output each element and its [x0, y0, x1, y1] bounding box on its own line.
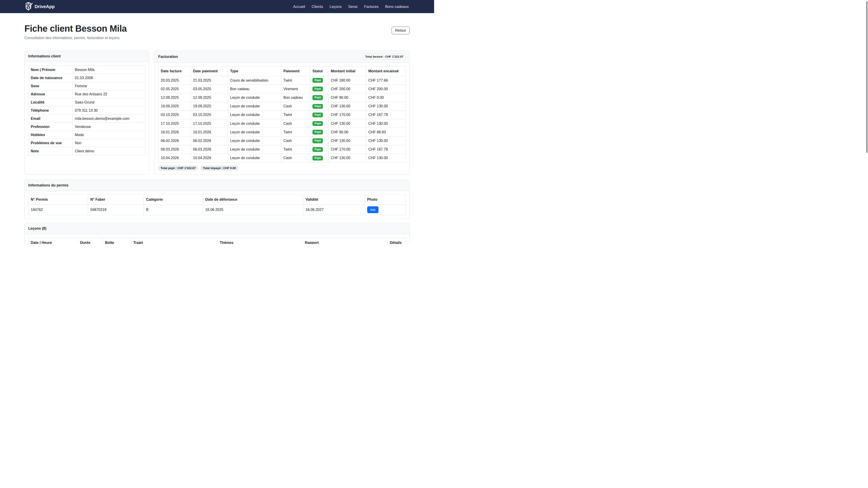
billing-row: 10.04.202610.04.2026Leçon de conduiteCas…	[158, 154, 406, 162]
client-info-label: Nom | Prénom	[29, 66, 72, 74]
total-billed-badge: Total facturé : CHF 1'322.07	[363, 54, 406, 60]
paid-status-badge: Payé	[312, 156, 323, 161]
license-photo-voir-button[interactable]: Voir	[367, 206, 378, 213]
billing-cell: CHF 0.00	[366, 93, 406, 102]
billing-table-body: 20.03.202521.03.2025Cours de sensibilisa…	[158, 76, 406, 163]
client-info-label: Hobbies	[29, 131, 72, 139]
license-faber-number: 56870319	[88, 204, 144, 215]
billing-cell: 06.02.2026	[191, 136, 228, 145]
driveapp-logo-icon	[25, 2, 33, 11]
lessons-card-header: Leçons (8)	[25, 223, 409, 234]
total-paid-badge: Total payé : CHF 1'322.07	[158, 165, 198, 171]
client-info-table-body: Nom | PrénomBesson MilaDate de naissance…	[29, 66, 145, 155]
paid-status-badge: Payé	[312, 95, 323, 100]
billing-cell: CHF 90.00	[328, 93, 366, 102]
billing-cell: Payé	[310, 85, 329, 93]
billing-row: 06.03.202606.03.2026Leçon de conduiteTwi…	[158, 145, 406, 154]
paid-status-badge: Payé	[312, 87, 323, 91]
billing-cell: Cours de sensibilisation	[228, 76, 281, 85]
billing-cell: Cash	[281, 102, 310, 110]
license-card-header: Informations du permis	[25, 180, 409, 191]
lessons-title: Leçons (8)	[28, 226, 46, 231]
license-row: 184762 56870319 B 16.06.2025 16.06.2027 …	[29, 204, 406, 215]
lessons-card: Leçons (8) Date | Heure Durée Boîte Traj…	[24, 223, 410, 244]
billing-cell: 10.04.2026	[158, 154, 191, 162]
billing-cell: CHF 170.00	[328, 145, 366, 154]
billing-cell: Payé	[310, 76, 329, 85]
billing-cell: Leçon de conduite	[228, 110, 281, 119]
client-info-label: Adresse	[29, 90, 72, 98]
nav-item-lecons[interactable]: Leçons	[330, 4, 342, 9]
nav-item-accueil[interactable]: Accueil	[293, 4, 305, 9]
billing-cell: CHF 130.00	[366, 154, 406, 162]
billing-cell: Payé	[310, 102, 329, 110]
paid-status-badge: Payé	[312, 112, 323, 117]
lessons-table: Date | Heure Durée Boîte Trajet Thèmes R…	[28, 238, 406, 244]
license-header-row: N° Permis N° Faber Catégorie Date de dél…	[29, 195, 406, 204]
license-col-delivrance: Date de délivrance	[203, 195, 303, 204]
billing-cell: Bon cadeau	[281, 93, 310, 102]
paid-status-badge: Payé	[312, 130, 323, 134]
client-info-row: NoteClient démo	[29, 147, 145, 155]
billing-cell: Payé	[310, 128, 329, 136]
back-button[interactable]: Retour	[392, 27, 410, 34]
billing-card: Facturation Total facturé : CHF 1'322.07…	[154, 51, 410, 174]
lessons-header-row: Date | Heure Durée Boîte Trajet Thèmes R…	[29, 238, 406, 244]
license-table: N° Permis N° Faber Catégorie Date de dél…	[28, 195, 406, 215]
billing-col-date-facture: Date facture	[158, 66, 191, 76]
billing-card-header: Facturation Total facturé : CHF 1'322.07	[155, 51, 409, 63]
billing-cell: 12.09.2025	[191, 93, 228, 102]
billing-cell: Twint	[281, 145, 310, 154]
brand[interactable]: DriveApp	[25, 2, 55, 11]
license-card-body: N° Permis N° Faber Catégorie Date de dél…	[25, 191, 409, 219]
client-info-row: Nom | PrénomBesson Mila	[29, 66, 145, 74]
nav-links: Accueil Clients Leçons Sensi Factures Bo…	[293, 4, 409, 9]
billing-col-date-paiement: Date paiement	[191, 66, 228, 76]
client-info-row: SexeFemme	[29, 82, 145, 90]
title-block: Fiche client Besson Mila Consultation de…	[24, 24, 127, 40]
client-info-row: Téléphone079 311 13 30	[29, 106, 145, 115]
billing-totals: Total payé : CHF 1'322.07 Total impayé :…	[158, 165, 406, 171]
billing-cell: 16.01.2026	[158, 128, 191, 136]
client-info-row: AdresseRue des Artisans 22	[29, 90, 145, 98]
billing-cell: 02.05.2025	[158, 85, 191, 93]
license-category: B	[144, 204, 203, 215]
license-permit-number: 184762	[29, 204, 88, 215]
billing-cell: Payé	[310, 119, 329, 128]
billing-cell: 16.01.2026	[191, 128, 228, 136]
billing-cell: 06.02.2026	[158, 136, 191, 145]
billing-cell: Payé	[310, 145, 329, 154]
client-info-row: HobbiesMode	[29, 131, 145, 139]
billing-cell: Leçon de conduite	[228, 93, 281, 102]
billing-card-body: Date facture Date paiement Type Paiement…	[155, 63, 409, 174]
billing-title: Facturation	[158, 55, 178, 59]
lessons-col-themes: Thèmes	[217, 238, 302, 244]
lessons-col-boite: Boîte	[103, 238, 131, 244]
client-info-value: Saas-Grund	[72, 98, 145, 106]
client-info-value: Vendeuse	[72, 123, 145, 131]
billing-row: 19.09.202519.09.2025Leçon de conduiteCas…	[158, 102, 406, 110]
nav-item-factures[interactable]: Factures	[364, 4, 378, 9]
billing-cell: Virement	[281, 85, 310, 93]
billing-col-paiement: Paiement	[281, 66, 310, 76]
billing-cell: CHF 130.00	[328, 102, 366, 110]
billing-cell: Payé	[310, 93, 329, 102]
billing-cell: CHF 88.83	[366, 128, 406, 136]
brand-name: DriveApp	[35, 4, 55, 9]
billing-cell: 06.03.2026	[158, 145, 191, 154]
license-validity: 16.06.2027	[303, 204, 365, 215]
billing-row: 06.02.202606.02.2026Leçon de conduiteCas…	[158, 136, 406, 145]
billing-cell: Payé	[310, 136, 329, 145]
billing-cell: Leçon de conduite	[228, 128, 281, 136]
billing-cell: CHF 130.00	[328, 119, 366, 128]
billing-row: 12.09.202512.09.2025Leçon de conduiteBon…	[158, 93, 406, 102]
nav-item-clients[interactable]: Clients	[312, 4, 323, 9]
billing-cell: CHF 200.00	[366, 85, 406, 93]
client-info-label: Date de naissance	[29, 74, 72, 82]
nav-item-bons-cadeaux[interactable]: Bons cadeaux	[385, 4, 409, 9]
page-title: Fiche client Besson Mila	[24, 24, 127, 34]
nav-item-sensi[interactable]: Sensi	[348, 4, 358, 9]
paid-status-badge: Payé	[312, 78, 323, 83]
paid-status-badge: Payé	[312, 121, 323, 126]
billing-cell: 21.03.2025	[191, 76, 228, 85]
